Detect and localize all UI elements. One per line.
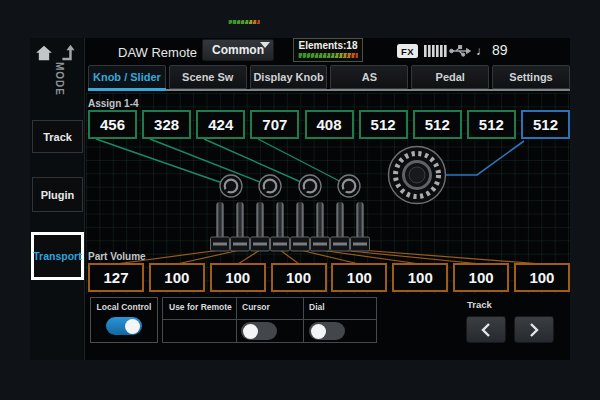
assign-value-9-selected[interactable]: 512: [521, 110, 570, 139]
volume-fader-lines: [116, 250, 542, 264]
fader-5: [291, 202, 310, 251]
chevron-right-icon: [528, 322, 540, 338]
assign-value-8[interactable]: 512: [467, 110, 516, 139]
fader-7: [331, 202, 350, 251]
part-volume-3[interactable]: 100: [210, 263, 266, 292]
faders: [211, 202, 370, 251]
big-dial: [389, 147, 446, 204]
chevron-left-icon: [480, 322, 492, 338]
level-meter-strip: [228, 20, 260, 24]
assign-value-3[interactable]: 424: [196, 110, 245, 139]
assign-value-5[interactable]: 408: [305, 110, 354, 139]
fader-1: [211, 202, 230, 251]
toggle-knob: [243, 324, 258, 339]
use-for-remote-table: Use for Remote Cursor Dial: [162, 297, 377, 343]
dial-toggle[interactable]: [309, 322, 345, 340]
part-volume-4[interactable]: 100: [271, 263, 327, 292]
track-prev-button[interactable]: [466, 316, 506, 343]
divider: [236, 298, 237, 342]
assign-knob-3: [299, 175, 321, 197]
assign-value-1[interactable]: 456: [88, 110, 137, 139]
dial-label: Dial: [309, 302, 325, 312]
use-for-remote-label: Use for Remote: [169, 302, 232, 312]
part-volume-5[interactable]: 100: [331, 263, 387, 292]
local-control-label: Local Control: [91, 302, 157, 312]
part-volume-2[interactable]: 100: [149, 263, 205, 292]
assign-value-6[interactable]: 512: [359, 110, 408, 139]
assign-value-row: 456 328 424 707 408 512 512 512 512: [88, 110, 570, 139]
track-next-button[interactable]: [514, 316, 554, 343]
assign-knob-2: [259, 175, 281, 197]
assign-knob-1: [220, 175, 242, 197]
part-volume-8[interactable]: 100: [514, 263, 570, 292]
local-control-toggle[interactable]: [106, 317, 142, 335]
fader-4: [271, 202, 290, 251]
fader-3: [251, 202, 270, 251]
divider: [303, 298, 304, 342]
part-volume-row: 127 100 100 100 100 100 100 100: [88, 263, 570, 292]
daw-remote-panel: MODE Track Plugin Transport DAW Remote C…: [30, 38, 570, 360]
toggle-knob: [125, 319, 140, 334]
track-nav-label: Track: [467, 299, 492, 310]
divider: [163, 319, 376, 320]
fader-2: [231, 202, 250, 251]
part-volume-6[interactable]: 100: [392, 263, 448, 292]
part-volume-7[interactable]: 100: [453, 263, 509, 292]
cursor-label: Cursor: [242, 302, 270, 312]
assign-knob-4: [338, 175, 360, 197]
assign-value-4[interactable]: 707: [250, 110, 299, 139]
screen: MODE Track Plugin Transport DAW Remote C…: [0, 0, 600, 400]
fader-6: [311, 202, 330, 251]
local-control-cell: Local Control: [90, 297, 158, 343]
cursor-toggle[interactable]: [241, 322, 277, 340]
assign-knobs: [220, 175, 360, 197]
part-volume-section-label: Part Volume: [88, 251, 146, 262]
assign-section-label: Assign 1-4: [88, 98, 139, 109]
toggle-knob: [311, 324, 326, 339]
part-volume-1[interactable]: 127: [88, 263, 144, 292]
fader-8: [351, 202, 370, 251]
assign-value-7[interactable]: 512: [413, 110, 462, 139]
assign-value-2[interactable]: 328: [142, 110, 191, 139]
